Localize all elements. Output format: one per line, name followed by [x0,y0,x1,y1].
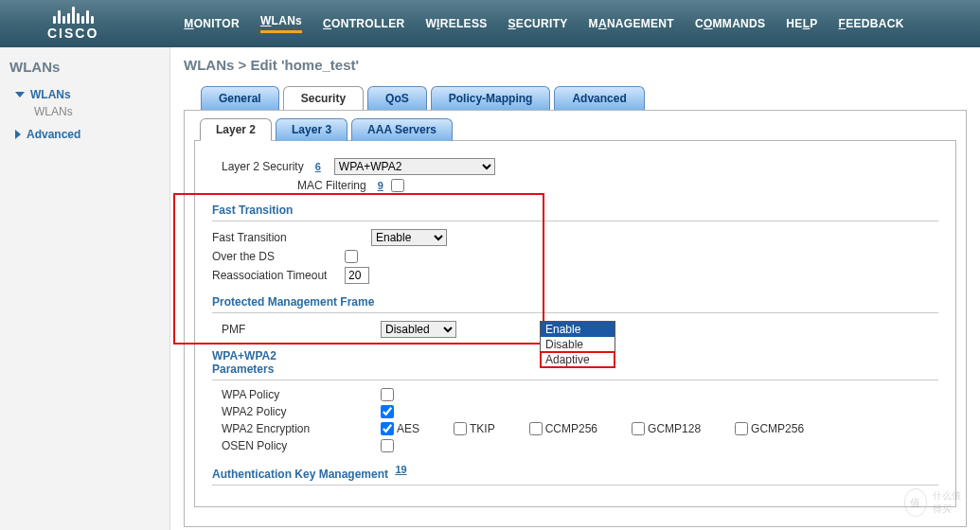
subtab-layer3[interactable]: Layer 3 [276,118,347,141]
sidebar-title: WLANs [9,59,160,75]
gcmp256-label: GCMP256 [751,422,804,435]
security-panel: Layer 2 Layer 3 AAA Servers Layer 2 Secu… [184,110,967,527]
nav-security[interactable]: SECURITY [508,17,568,30]
fast-transition-title: Fast Transition [212,202,938,221]
footnote-9[interactable]: 9 [378,180,383,191]
osen-policy-checkbox[interactable] [381,439,394,452]
aes-checkbox[interactable] [381,422,394,435]
content-area: WLANs > Edit 'home_test' General Securit… [170,47,980,530]
wpa2-policy-checkbox[interactable] [381,405,394,418]
nav-wireless[interactable]: WIRELESS [425,17,487,30]
breadcrumb: WLANs > Edit 'home_test' [184,57,967,73]
mac-filtering-label: MAC Filtering [297,179,366,192]
pmf-label: PMF [222,323,373,336]
subtab-aaa[interactable]: AAA Servers [351,118,453,141]
tkip-label: TKIP [470,422,495,435]
watermark: 值 什么值得买 [904,486,969,519]
fast-transition-label: Fast Transition [212,231,364,244]
tab-policy-mapping[interactable]: Policy-Mapping [431,86,551,110]
osen-policy-label: OSEN Policy [222,439,373,452]
nav-wlans[interactable]: WLANs [260,14,302,33]
gcmp128-label: GCMP128 [648,422,701,435]
pmf-select[interactable]: Disabled [381,321,456,338]
nav-feedback[interactable]: FEEDBACK [839,17,904,30]
sidebar-item-wlans[interactable]: WLANs [15,88,160,101]
nav-controller[interactable]: CONTROLLER [323,17,404,30]
nav-help[interactable]: HELP [786,17,817,30]
nav-monitor[interactable]: MONITOR [184,17,240,30]
topbar: CISCO MONITOR WLANs CONTROLLER WIRELESS … [0,0,980,47]
encryption-options: AES TKIP CCMP256 GCMP128 GCMP256 [381,422,804,435]
ccmp256-label: CCMP256 [545,422,597,435]
gcmp128-checkbox[interactable] [632,422,645,435]
tab-qos[interactable]: QoS [367,86,427,110]
tabstrip: General Security QoS Policy-Mapping Adva… [184,86,967,110]
ft-option-adaptive[interactable]: Adaptive [541,352,615,367]
akm-title: Authentication Key Management 19 [212,462,938,486]
footnote-19[interactable]: 19 [395,464,406,475]
cisco-logo: CISCO [47,7,98,41]
ft-option-disable[interactable]: Disable [541,337,615,352]
wpa2-encryption-label: WPA2 Encryption [222,422,373,435]
subtab-layer2[interactable]: Layer 2 [200,118,272,141]
tab-general[interactable]: General [201,86,279,110]
reassociation-timeout-input[interactable] [345,267,369,284]
watermark-icon: 值 [904,488,927,517]
sidebar-item-label: Advanced [27,128,80,141]
sidebar: WLANs WLANs WLANs Advanced [0,47,170,530]
watermark-text: 什么值得买 [933,489,969,516]
tab-security[interactable]: Security [283,86,364,110]
over-the-ds-checkbox[interactable] [345,250,358,263]
reassociation-timeout-label: Reassociation Timeout [212,269,337,282]
chevron-right-icon [15,130,21,139]
nav-commands[interactable]: COMMANDS [695,17,765,30]
logo-bars-icon [53,7,94,24]
sidebar-item-label: WLANs [30,88,71,101]
subtabstrip: Layer 2 Layer 3 AAA Servers [194,118,956,141]
main-nav: MONITOR WLANs CONTROLLER WIRELESS SECURI… [184,14,903,33]
wpa2-policy-label: WPA2 Policy [222,405,373,418]
wpa-policy-checkbox[interactable] [381,388,394,401]
wpa-policy-label: WPA Policy [222,388,373,401]
sidebar-item-advanced[interactable]: Advanced [15,128,160,141]
ccmp256-checkbox[interactable] [529,422,543,435]
tab-advanced[interactable]: Advanced [554,86,644,110]
brand-text: CISCO [47,26,98,41]
mac-filtering-checkbox[interactable] [391,179,404,192]
pmf-title: Protected Management Frame [212,293,938,313]
aes-label: AES [397,422,419,435]
fast-transition-select[interactable]: Enable [371,229,447,246]
layer2-security-label: Layer 2 Security [222,160,304,173]
fast-transition-dropdown-open: Enable Disable Adaptive [540,321,615,368]
nav-management[interactable]: MANAGEMENT [589,17,674,30]
footnote-6[interactable]: 6 [315,161,321,172]
sidebar-sub-wlans[interactable]: WLANs [34,105,160,118]
gcmp256-checkbox[interactable] [735,422,748,435]
over-the-ds-label: Over the DS [212,250,337,263]
ft-option-enable[interactable]: Enable [541,322,615,337]
tkip-checkbox[interactable] [454,422,467,435]
layer2-security-select[interactable]: WPA+WPA2 [334,158,495,175]
chevron-down-icon [15,92,25,97]
